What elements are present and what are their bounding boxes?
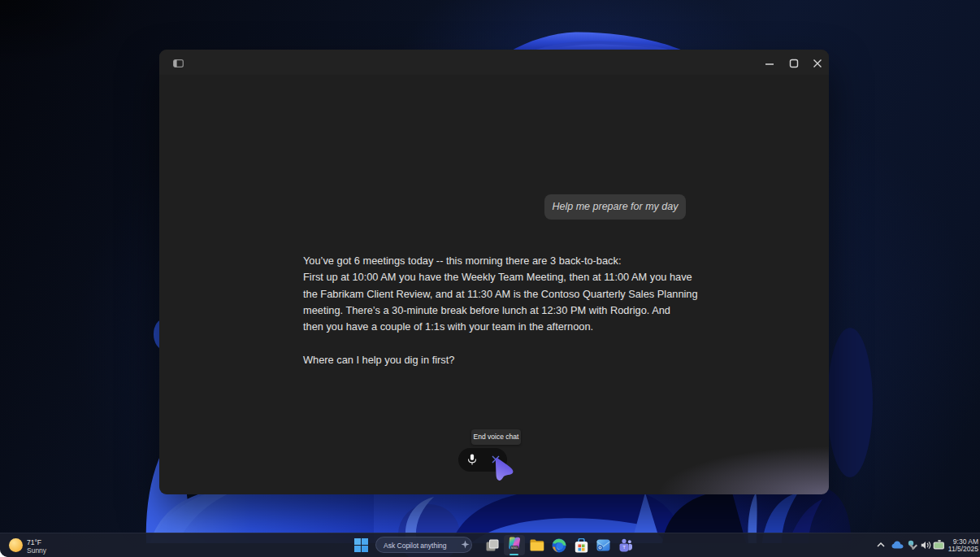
svg-text:T: T — [622, 545, 626, 550]
svg-text:M365: M365 — [511, 546, 518, 550]
